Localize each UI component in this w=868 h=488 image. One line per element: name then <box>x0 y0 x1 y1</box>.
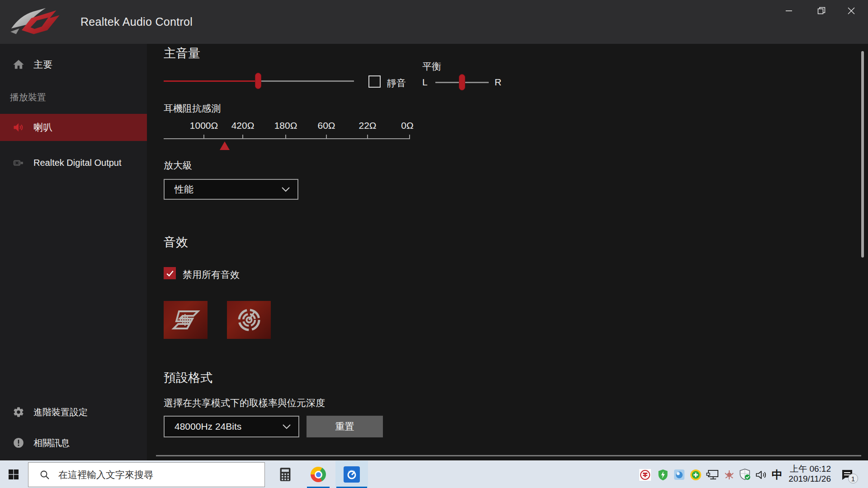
tray-green-circle-icon[interactable] <box>689 461 702 488</box>
close-icon <box>848 7 855 14</box>
mute-label: 靜音 <box>387 77 406 89</box>
app-title: Realtek Audio Control <box>80 0 193 44</box>
volume-slider-thumb[interactable] <box>255 73 261 89</box>
clock-date: 2019/11/26 <box>786 474 831 484</box>
impedance-indicator-triangle <box>220 141 230 150</box>
sidebar-item-label: 主要 <box>33 58 52 71</box>
impedance-scale-tick <box>242 135 243 139</box>
checkmark-icon <box>166 269 174 277</box>
clock-time: 上午 06:12 <box>786 464 831 474</box>
search-icon <box>39 469 50 480</box>
gain-level-label: 放大級 <box>164 159 192 172</box>
sidebar: 主要 播放裝置 喇叭 Realtek Digital Output 進階裝置設定 <box>0 44 147 460</box>
volume-slider-fill <box>164 80 258 82</box>
disable-all-effects-label: 禁用所有音效 <box>183 268 240 281</box>
impedance-scale-tick <box>326 135 327 139</box>
reset-button[interactable]: 重置 <box>307 416 383 437</box>
restore-button[interactable] <box>807 0 835 22</box>
balance-slider-thumb[interactable] <box>459 74 465 90</box>
reset-button-label: 重置 <box>335 420 354 433</box>
sidebar-item-digital-output[interactable]: Realtek Digital Output <box>0 149 147 176</box>
taskbar-calculator-button[interactable] <box>271 461 299 488</box>
sidebar-item-speakers[interactable]: 喇叭 <box>0 114 147 141</box>
gain-level-value: 性能 <box>175 183 193 196</box>
info-icon <box>12 437 25 449</box>
taskbar-search[interactable] <box>28 462 265 487</box>
impedance-tick-label: 420Ω <box>222 120 263 131</box>
impedance-tick-label: 60Ω <box>306 120 347 131</box>
mute-checkbox[interactable] <box>368 75 381 88</box>
master-volume-title: 主音量 <box>164 45 200 61</box>
tray-red-spider-icon[interactable] <box>723 461 736 488</box>
digital-output-plug-icon <box>12 156 25 169</box>
start-button[interactable] <box>0 461 27 488</box>
impedance-scale-tick <box>367 135 368 139</box>
balance-label: 平衡 <box>422 60 441 73</box>
minimize-icon <box>785 7 793 14</box>
tray-network-icon[interactable] <box>706 461 719 488</box>
section-divider <box>156 455 861 456</box>
chrome-icon <box>311 467 326 482</box>
search-input[interactable] <box>57 469 240 481</box>
impedance-scale-line <box>164 138 410 139</box>
default-format-title: 預設格式 <box>164 370 212 386</box>
taskbar-chrome-button[interactable] <box>304 461 332 488</box>
minimize-button[interactable] <box>775 0 803 22</box>
taskbar: 中 上午 06:12 2019/11/26 1 <box>0 460 868 488</box>
impedance-tick-label: 1000Ω <box>184 120 224 131</box>
sidebar-item-label: 喇叭 <box>33 121 52 134</box>
chevron-down-icon <box>282 424 291 429</box>
tray-mail-seal-icon[interactable] <box>639 461 651 488</box>
taskbar-realtek-button[interactable] <box>335 461 368 488</box>
sidebar-item-label: 進階裝置設定 <box>33 406 88 418</box>
impedance-tick-label: 22Ω <box>347 120 388 131</box>
tray-defender-icon[interactable] <box>738 461 752 488</box>
sonic-studio-tile[interactable] <box>164 301 208 339</box>
realtek-audio-icon <box>344 466 360 483</box>
sonic-radar-icon <box>236 307 262 333</box>
default-format-description: 選擇在共享模式下的取樣率與位元深度 <box>164 397 325 409</box>
speaker-icon <box>12 121 25 134</box>
impedance-scale-tick <box>203 135 204 139</box>
sidebar-item-label: Realtek Digital Output <box>33 158 122 168</box>
tray-volume-icon[interactable] <box>755 461 768 488</box>
default-format-dropdown[interactable]: 48000Hz 24Bits <box>164 416 299 437</box>
disable-all-effects-checkbox[interactable] <box>164 267 176 279</box>
chevron-down-icon <box>281 187 290 192</box>
vertical-scrollbar[interactable] <box>861 51 864 258</box>
restore-icon <box>817 7 826 15</box>
impedance-tick-label: 180Ω <box>265 120 306 131</box>
tray-blue-app-icon[interactable] <box>673 461 685 488</box>
sonic-studio-icon <box>171 308 201 332</box>
tray-shield-lightning-icon[interactable] <box>656 461 669 488</box>
close-button[interactable] <box>837 0 865 22</box>
effects-title: 音效 <box>164 234 188 250</box>
sidebar-item-advanced-settings[interactable]: 進階裝置設定 <box>0 400 147 424</box>
notification-badge: 1 <box>848 474 858 483</box>
sidebar-item-information[interactable]: 相關訊息 <box>0 431 147 455</box>
taskbar-clock[interactable]: 上午 06:12 2019/11/26 <box>786 464 831 484</box>
balance-left-label: L <box>422 77 428 88</box>
impedance-tick-label: 0Ω <box>387 120 428 131</box>
impedance-scale-tick <box>285 135 286 139</box>
home-icon <box>12 58 25 71</box>
sidebar-item-label: 相關訊息 <box>33 437 70 449</box>
sonic-radar-tile[interactable] <box>227 301 271 339</box>
playback-devices-section-label: 播放裝置 <box>10 91 46 103</box>
ime-indicator[interactable]: 中 <box>770 461 784 488</box>
calculator-icon <box>279 467 292 482</box>
default-format-value: 48000Hz 24Bits <box>175 421 241 432</box>
impedance-title: 耳機阻抗感測 <box>164 102 221 115</box>
impedance-scale-tick <box>409 135 410 139</box>
balance-right-label: R <box>495 77 501 88</box>
sidebar-item-main[interactable]: 主要 <box>0 52 147 77</box>
windows-logo-icon <box>8 469 19 480</box>
titlebar: Realtek Audio Control <box>0 0 868 44</box>
gear-icon <box>12 406 25 418</box>
gain-level-dropdown[interactable]: 性能 <box>164 179 298 200</box>
rog-logo-icon <box>7 4 65 40</box>
action-center-button[interactable]: 1 <box>837 461 857 488</box>
